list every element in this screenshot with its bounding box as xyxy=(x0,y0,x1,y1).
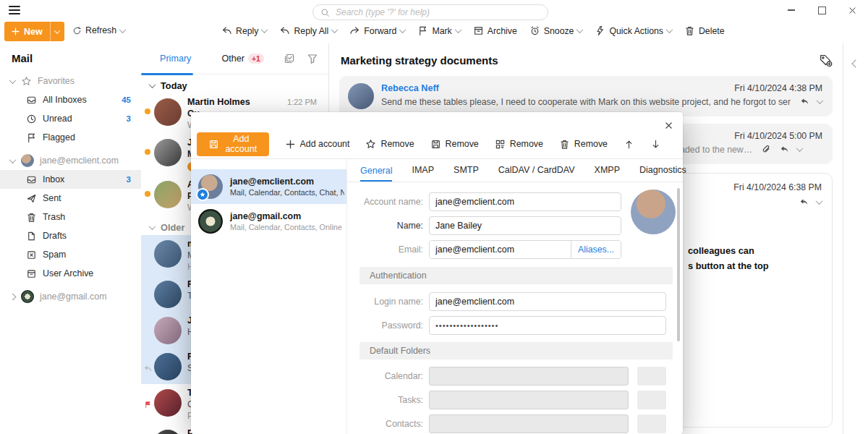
add-account-primary-button[interactable]: Add account xyxy=(197,132,269,156)
account-name: jane@emclient.com xyxy=(230,176,344,187)
login-name-field[interactable] xyxy=(429,292,666,311)
account-row-gmail[interactable]: jane@gmail.com Mail, Calendar, Contacts,… xyxy=(191,204,346,239)
tab-other[interactable]: Other +1 xyxy=(221,54,263,64)
dialog-close-button[interactable] xyxy=(661,118,676,132)
sidebar-item-sent[interactable]: Sent xyxy=(0,189,141,208)
tab-primary[interactable]: Primary xyxy=(160,54,191,64)
account-label: jane@emclient.com xyxy=(40,156,119,166)
mark-button[interactable]: Mark xyxy=(417,25,460,36)
calendar-browse-button[interactable] xyxy=(637,367,666,386)
move-down-icon[interactable] xyxy=(650,139,661,150)
tasks-browse-button[interactable] xyxy=(637,391,666,409)
reply-arrow-icon[interactable] xyxy=(779,144,790,155)
sidebar-title: Mail xyxy=(0,49,141,72)
aliases-button[interactable]: Aliases... xyxy=(571,241,621,258)
delete-button[interactable]: Delete xyxy=(684,25,725,36)
name-field[interactable] xyxy=(429,216,621,235)
quick-actions-button[interactable]: Quick Actions xyxy=(595,25,672,36)
expand-chevron-icon[interactable] xyxy=(796,145,804,152)
password-field[interactable] xyxy=(429,316,666,335)
account-avatar xyxy=(21,290,34,303)
sidebar-item-flagged[interactable]: Flagged xyxy=(0,128,141,147)
select-messages-icon[interactable] xyxy=(284,53,295,64)
sidebar-item-user-archive[interactable]: User Archive xyxy=(0,264,141,283)
refresh-label: Refresh xyxy=(85,25,116,35)
timestamp: Fri 4/10/2024 5:00 PM xyxy=(734,131,822,141)
account-settings-panel: General IMAP SMTP CalDAV / CardDAV XMPP … xyxy=(347,159,683,434)
new-button-label: New xyxy=(24,27,43,37)
account-name-field[interactable] xyxy=(429,192,621,211)
sidebar-item-drafts[interactable]: Drafts xyxy=(0,226,141,245)
remove-favorite-button[interactable]: Remove xyxy=(365,139,414,150)
account-label: jane@gmail.com xyxy=(40,292,106,302)
search-input[interactable] xyxy=(334,7,540,18)
authentication-section-header: Authentication xyxy=(359,267,673,284)
body-line: s button at the top xyxy=(688,258,769,273)
account-row-emclient[interactable]: jane@emclient.com Mail, Calendar, Contac… xyxy=(191,169,346,204)
contacts-browse-button[interactable] xyxy=(637,414,666,433)
minimize-button[interactable] xyxy=(786,4,797,16)
tab-xmpp[interactable]: XMPP xyxy=(595,165,620,182)
snooze-button[interactable]: Snooze xyxy=(529,25,583,36)
sidebar-item-spam[interactable]: Spam xyxy=(0,245,141,264)
reply-arrow-icon[interactable] xyxy=(799,96,810,107)
sender-name[interactable]: Rebecca Neff xyxy=(381,83,439,93)
sidebar-item-inbox[interactable]: Inbox 3 xyxy=(0,170,141,189)
move-up-icon[interactable] xyxy=(624,139,634,150)
email-field[interactable] xyxy=(430,241,571,258)
unread-count: 3 xyxy=(127,175,131,184)
password-row: Password: xyxy=(353,316,673,335)
dialog-scrollbar[interactable] xyxy=(677,188,680,341)
search-bar[interactable] xyxy=(312,4,548,20)
sidebar-item-unread[interactable]: Unread 3 xyxy=(0,109,141,128)
maximize-button[interactable] xyxy=(816,4,827,16)
forward-button[interactable]: Forward xyxy=(349,25,405,36)
sidebar-item-trash[interactable]: Trash xyxy=(0,208,141,226)
mark-label: Mark xyxy=(432,26,451,36)
reply-all-button[interactable]: Reply All xyxy=(279,25,337,36)
remove-saved-button[interactable]: Remove xyxy=(430,139,479,150)
message-preview: Send me these tables please, I need to c… xyxy=(381,97,791,107)
remove-qr-button[interactable]: Remove xyxy=(495,139,543,150)
reply-all-icon xyxy=(279,25,290,36)
account-services: Mail, Calendar, Contacts, Chat, Notes xyxy=(230,187,344,197)
tab-general[interactable]: General xyxy=(360,166,392,182)
account-photo-avatar[interactable] xyxy=(631,190,676,234)
account-emclient-group[interactable]: jane@emclient.com xyxy=(0,151,141,170)
archive-label: Archive xyxy=(488,26,517,36)
expand-panel-chevron-icon[interactable] xyxy=(851,59,859,67)
favorites-group[interactable]: Favorites xyxy=(0,72,141,90)
tab-diagnostics[interactable]: Diagnostics xyxy=(639,165,686,182)
unread-dot-icon xyxy=(145,109,150,114)
avatar xyxy=(154,240,182,268)
account-gmail-group[interactable]: jane@gmail.com xyxy=(0,287,141,306)
refresh-icon xyxy=(72,26,82,35)
sidebar-item-all-inboxes[interactable]: All Inboxes 45 xyxy=(0,90,141,109)
menu-hamburger-icon[interactable] xyxy=(9,6,20,14)
new-dropdown-button[interactable] xyxy=(50,22,64,41)
new-button[interactable]: New xyxy=(4,22,64,41)
add-account-button[interactable]: Add account xyxy=(285,139,350,150)
remove-label: Remove xyxy=(574,139,608,149)
reply-arrow-icon[interactable] xyxy=(799,197,809,208)
filter-icon[interactable] xyxy=(307,53,318,64)
reply-button[interactable]: Reply xyxy=(221,25,267,36)
avatar xyxy=(154,139,182,166)
item-label: Inbox xyxy=(43,174,64,184)
tab-caldav-carddav[interactable]: CalDAV / CardDAV xyxy=(498,165,575,182)
message-card-collapsed[interactable]: Rebecca Neff Fri 4/10/2024 4:38 PM Send … xyxy=(339,76,833,116)
calendar-folder-row: Calendar: xyxy=(353,367,673,386)
trash-icon xyxy=(26,212,37,223)
expand-chevron-icon[interactable] xyxy=(817,97,824,104)
archive-button[interactable]: Archive xyxy=(473,25,517,36)
remove-account-button[interactable]: Remove xyxy=(559,139,608,150)
close-window-button[interactable] xyxy=(846,4,858,16)
email-row: Email: Aliases... xyxy=(353,240,673,259)
name-row: Name: xyxy=(353,216,673,235)
add-tag-icon[interactable] xyxy=(819,54,833,67)
section-today[interactable]: Today xyxy=(141,77,328,93)
tab-imap[interactable]: IMAP xyxy=(412,165,434,182)
tab-smtp[interactable]: SMTP xyxy=(454,165,479,182)
collapse-chevron-icon[interactable] xyxy=(816,197,823,205)
refresh-button[interactable]: Refresh xyxy=(72,25,125,35)
